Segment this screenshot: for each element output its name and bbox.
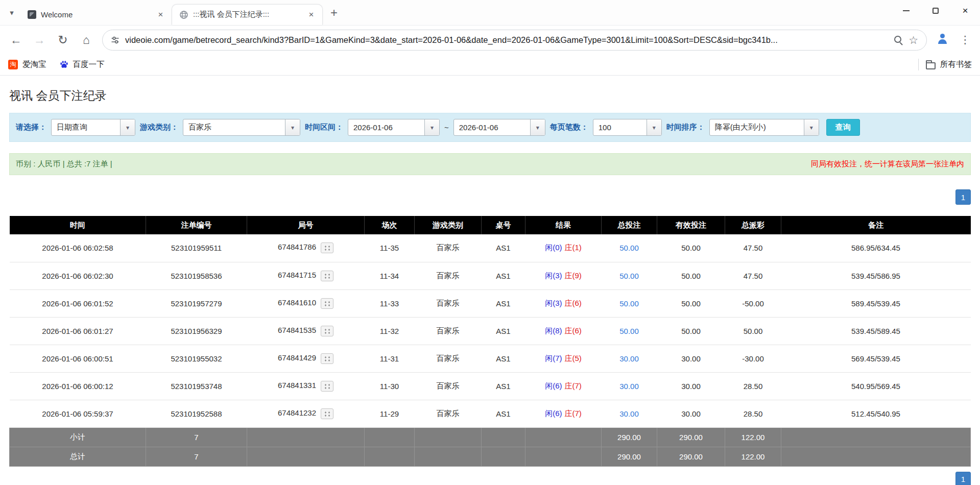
result-player: 闲(7)	[545, 354, 562, 362]
result-player: 闲(6)	[545, 409, 562, 418]
forward-button[interactable]: →	[29, 29, 50, 51]
total-bet-cell: 30.00	[602, 345, 657, 372]
total-bet-link[interactable]: 50.00	[619, 299, 639, 308]
game-kind-label: 游戏类别：	[140, 123, 178, 132]
page-title: 视讯 会员下注纪录	[9, 88, 971, 104]
tab-welcome[interactable]: Welcome ×	[20, 4, 172, 25]
bet-id-cell: 523101952588	[146, 400, 247, 427]
subtotal-count: 7	[146, 427, 247, 447]
result-cell: 闲(3)庄(9)	[525, 262, 602, 289]
session-cell: 11-31	[365, 345, 415, 372]
bookmark-star-icon[interactable]: ☆	[909, 35, 918, 45]
game-kind-cell: 百家乐	[415, 372, 482, 400]
all-bookmarks-button[interactable]: 所有书签	[926, 59, 972, 70]
query-type-select[interactable]: 日期查询 ▾	[51, 119, 135, 136]
avatar-icon	[932, 29, 953, 51]
total-bet-link[interactable]: 30.00	[619, 382, 639, 391]
maximize-icon	[933, 8, 939, 14]
tab-close-icon[interactable]: ×	[155, 9, 166, 20]
round-result-icon[interactable]	[321, 381, 333, 392]
total-bet-cell: 30.00	[602, 372, 657, 400]
result-banker: 庄(6)	[565, 299, 582, 307]
note-cell: 586.95/634.45	[781, 234, 971, 262]
chevron-down-icon[interactable]: ▾	[285, 119, 300, 135]
new-tab-button[interactable]: +	[325, 4, 343, 22]
tab-search-button[interactable]: ▾	[3, 4, 20, 21]
session-cell: 11-32	[365, 317, 415, 345]
payout-cell: 50.00	[725, 317, 781, 345]
total-bet-link[interactable]: 50.00	[619, 272, 639, 280]
total-bet-link[interactable]: 30.00	[619, 354, 639, 363]
bet-id-cell: 523101953748	[146, 372, 247, 400]
column-header: 局号	[247, 216, 365, 234]
game-kind-select[interactable]: 百家乐 ▾	[183, 119, 300, 136]
round-number: 674841429	[278, 353, 316, 362]
column-header: 桌号	[482, 216, 525, 234]
chevron-down-icon[interactable]: ▾	[530, 119, 545, 135]
back-button[interactable]: ←	[5, 29, 27, 51]
profile-button[interactable]	[932, 29, 953, 51]
navigation-bar: ← → ↻ ⌂ videoie.com/game/betrecord_searc…	[0, 26, 980, 54]
session-cell: 11-29	[365, 400, 415, 427]
column-header: 场次	[365, 216, 415, 234]
payout-cell: -30.00	[725, 345, 781, 372]
total-bet-link[interactable]: 50.00	[619, 244, 639, 252]
date-end-input[interactable]: 2026-01-06 ▾	[453, 119, 545, 136]
total-bet-link[interactable]: 30.00	[619, 409, 639, 418]
result-player: 闲(3)	[545, 271, 562, 280]
sort-select[interactable]: 降幂(由大到小) ▾	[709, 119, 819, 136]
per-page-select[interactable]: 100 ▾	[593, 119, 662, 136]
round-result-icon[interactable]	[321, 353, 333, 364]
chevron-down-icon[interactable]: ▾	[647, 119, 661, 135]
page-1-button[interactable]: 1	[955, 472, 971, 485]
round-result-icon[interactable]	[321, 408, 333, 419]
payout-cell: -50.00	[725, 289, 781, 317]
date-start-input[interactable]: 2026-01-06 ▾	[348, 119, 440, 136]
minimize-button[interactable]	[891, 0, 921, 21]
tab-close-icon[interactable]: ×	[305, 9, 317, 20]
bookmark-label: 爱淘宝	[22, 59, 46, 70]
refresh-button[interactable]: ↻	[52, 29, 74, 51]
tab-strip: ▾ Welcome × :::视讯 会员下注纪录::: × + ×	[0, 0, 980, 26]
round-cell: 674841610	[247, 289, 365, 317]
close-window-button[interactable]: ×	[950, 0, 980, 21]
total-bet-cell: 50.00	[602, 289, 657, 317]
summary-bar: 币别 : 人民币 | 总共 :7 注单 | 同局有效投注，统一计算在该局第一张注…	[9, 153, 971, 175]
url-text[interactable]: videoie.com/game/betrecord_search/kind3?…	[125, 35, 888, 45]
round-cell: 674841715	[247, 262, 365, 289]
round-result-icon[interactable]	[321, 271, 333, 281]
round-result-icon[interactable]	[321, 326, 333, 336]
page-1-button[interactable]: 1	[955, 189, 971, 205]
round-cell: 674841331	[247, 372, 365, 400]
chevron-down-icon[interactable]: ▾	[424, 119, 439, 135]
site-info-icon[interactable]	[111, 36, 119, 44]
home-button[interactable]: ⌂	[76, 29, 97, 51]
tab-betrecord[interactable]: :::视讯 会员下注纪录::: ×	[172, 4, 323, 25]
chevron-down-icon[interactable]: ▾	[120, 119, 135, 135]
empty-cell	[781, 447, 971, 466]
maximize-button[interactable]	[921, 0, 950, 21]
round-result-icon[interactable]	[321, 243, 333, 253]
query-type-label: 请选择：	[16, 123, 46, 132]
bookmark-baidu[interactable]: 百度一下	[60, 59, 105, 70]
bet-record-row: 2026-01-06 06:01:27523101956329674841535…	[10, 317, 971, 345]
zoom-icon[interactable]	[894, 35, 903, 44]
bet-time-cell: 2026-01-06 06:02:30	[10, 262, 146, 289]
round-number: 674841331	[278, 381, 316, 390]
valid-bet-cell: 50.00	[657, 289, 725, 317]
bet-record-row: 2026-01-06 05:59:37523101952588674841232…	[10, 400, 971, 427]
game-kind-cell: 百家乐	[415, 317, 482, 345]
bookmark-aitaobao[interactable]: 淘 爱淘宝	[8, 59, 46, 70]
total-bet-link[interactable]: 50.00	[619, 327, 639, 335]
total-bet-cell: 50.00	[602, 234, 657, 262]
table-number-cell: AS1	[482, 289, 525, 317]
browser-menu-button[interactable]: ⋮	[955, 29, 975, 51]
round-result-icon[interactable]	[321, 298, 333, 309]
address-bar[interactable]: videoie.com/game/betrecord_search/kind3?…	[102, 30, 927, 51]
sort-value: 降幂(由大到小)	[710, 119, 804, 135]
chevron-down-icon[interactable]: ▾	[804, 119, 819, 135]
search-button[interactable]: 查询	[826, 119, 860, 136]
result-banker: 庄(6)	[565, 326, 582, 335]
bet-id-cell: 523101955032	[146, 345, 247, 372]
tab-title: :::视讯 会员下注纪录:::	[193, 10, 301, 19]
